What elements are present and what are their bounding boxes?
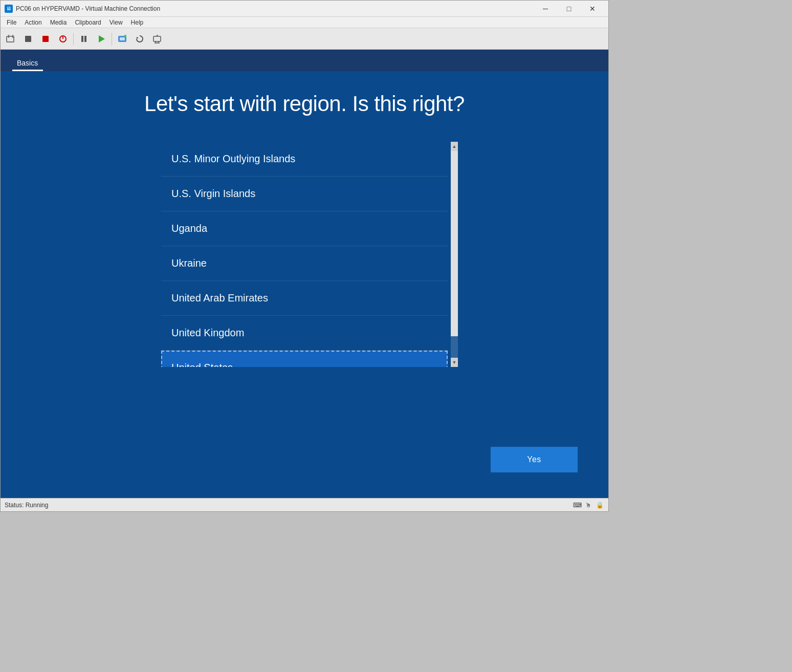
scrollbar-track[interactable]: ▲ ▼ bbox=[451, 142, 458, 367]
region-item-uk[interactable]: United Kingdom bbox=[161, 316, 448, 351]
window-title: PC06 on HYPERVAMD - Virtual Machine Conn… bbox=[16, 5, 534, 12]
status-icons: ⌨ 🖱 🔒 bbox=[573, 501, 604, 510]
region-item-uae[interactable]: United Arab Emirates bbox=[161, 281, 448, 316]
toolbar-sep-2 bbox=[112, 33, 112, 45]
toolbar-play-btn[interactable] bbox=[93, 31, 109, 47]
svg-rect-5 bbox=[81, 36, 83, 42]
mouse-icon: 🖱 bbox=[584, 501, 593, 510]
menu-clipboard[interactable]: Clipboard bbox=[71, 17, 105, 28]
scrollbar-up-arrow[interactable]: ▲ bbox=[451, 142, 458, 151]
tab-basics[interactable]: Basics bbox=[1, 55, 54, 71]
scrollbar-down-arrow[interactable]: ▼ bbox=[451, 358, 458, 367]
menu-help[interactable]: Help bbox=[127, 17, 148, 28]
yes-button[interactable]: Yes bbox=[491, 447, 578, 472]
lock-icon: 🔒 bbox=[595, 501, 604, 510]
svg-marker-11 bbox=[137, 37, 139, 39]
close-button[interactable]: ✕ bbox=[581, 1, 604, 17]
menu-bar: File Action Media Clipboard View Help bbox=[1, 17, 608, 28]
menu-file[interactable]: File bbox=[3, 17, 20, 28]
menu-action[interactable]: Action bbox=[20, 17, 46, 28]
toolbar-sep-1 bbox=[73, 33, 74, 45]
menu-media[interactable]: Media bbox=[46, 17, 71, 28]
toolbar-pause-btn[interactable] bbox=[76, 31, 92, 47]
region-list-container: U.S. Minor Outlying Islands U.S. Virgin … bbox=[161, 142, 448, 367]
keyboard-icon: ⌨ bbox=[573, 501, 582, 510]
toolbar-session-btn[interactable] bbox=[149, 31, 165, 47]
menu-view[interactable]: View bbox=[105, 17, 127, 28]
toolbar-reset-btn[interactable] bbox=[131, 31, 148, 47]
maximize-button[interactable]: □ bbox=[557, 1, 581, 17]
title-bar: 🖥 PC06 on HYPERVAMD - Virtual Machine Co… bbox=[1, 1, 608, 17]
svg-marker-7 bbox=[99, 35, 105, 42]
svg-rect-9 bbox=[120, 37, 125, 40]
vm-window: 🖥 PC06 on HYPERVAMD - Virtual Machine Co… bbox=[0, 0, 609, 512]
svg-rect-1 bbox=[25, 36, 31, 42]
toolbar-back-btn[interactable] bbox=[3, 31, 19, 47]
status-text: Status: Running bbox=[5, 502, 48, 509]
window-controls: ─ □ ✕ bbox=[534, 1, 604, 17]
minimize-button[interactable]: ─ bbox=[534, 1, 557, 17]
toolbar-power-btn[interactable] bbox=[55, 31, 71, 47]
region-item-ukraine[interactable]: Ukraine bbox=[161, 246, 448, 281]
region-item-uganda[interactable]: Uganda bbox=[161, 211, 448, 246]
region-item-us-virgin[interactable]: U.S. Virgin Islands bbox=[161, 177, 448, 211]
status-bar: Status: Running ⌨ 🖱 🔒 bbox=[1, 498, 608, 511]
svg-rect-6 bbox=[84, 36, 86, 42]
oobe-title: Let's start with region. Is this right? bbox=[144, 92, 465, 116]
svg-rect-12 bbox=[153, 36, 161, 41]
toolbar bbox=[1, 28, 608, 50]
tab-bar: Basics bbox=[1, 50, 608, 71]
region-list[interactable]: U.S. Minor Outlying Islands U.S. Virgin … bbox=[161, 142, 448, 367]
scrollbar-thumb[interactable] bbox=[451, 151, 458, 336]
svg-rect-2 bbox=[42, 36, 49, 42]
toolbar-stop-btn[interactable] bbox=[20, 31, 36, 47]
toolbar-snapshot-btn[interactable] bbox=[114, 31, 130, 47]
svg-rect-10 bbox=[124, 35, 126, 37]
toolbar-stop-red-btn[interactable] bbox=[37, 31, 54, 47]
region-item-us-minor[interactable]: U.S. Minor Outlying Islands bbox=[161, 142, 448, 177]
region-item-us[interactable]: United States bbox=[161, 351, 448, 367]
vm-content-area: Let's start with region. Is this right? … bbox=[1, 71, 608, 498]
app-icon: 🖥 bbox=[5, 5, 13, 13]
